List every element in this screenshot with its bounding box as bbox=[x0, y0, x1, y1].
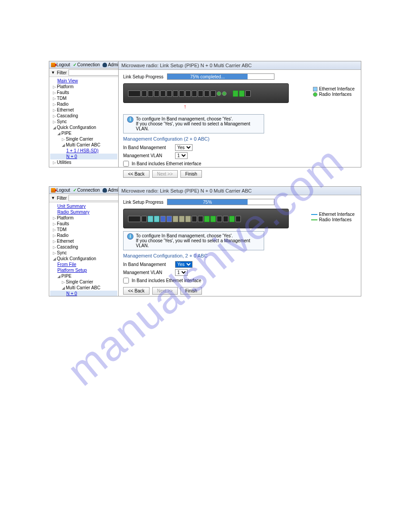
tree-radio[interactable]: ▷Radio bbox=[50, 232, 117, 238]
content: Link Setup Progress 75% Ethern bbox=[119, 195, 361, 298]
filter-row: ▼ Filter × bbox=[49, 69, 118, 77]
nav-tree: Main View ▷Platform ▷Faults ▷TDM ▷Radio … bbox=[49, 77, 118, 166]
admin-icon bbox=[103, 63, 107, 67]
vlan-label: Management VLAN bbox=[123, 270, 172, 275]
tree-tdm[interactable]: ▷TDM bbox=[50, 95, 117, 101]
main-area: Microwave radio: Link Setup (PIPE) N + 0… bbox=[119, 187, 361, 296]
section-header: Management Configuration (2 + 0 ABC) bbox=[123, 136, 356, 142]
info-box: i To configure In Band management, choos… bbox=[123, 231, 264, 250]
vlan-select[interactable]: 1 bbox=[175, 269, 188, 276]
vlan-label: Management VLAN bbox=[123, 153, 172, 158]
sidebar-topbar: Logout ✓Connection Admin bbox=[49, 61, 118, 69]
tree-utilities[interactable]: ▷Utilities bbox=[50, 159, 117, 165]
legend-radio-icon bbox=[311, 219, 317, 220]
info-line2: If you choose 'Yes', you will need to se… bbox=[136, 121, 260, 131]
tree-cascading[interactable]: ▷Cascading bbox=[50, 113, 117, 119]
admin-link[interactable]: Admin bbox=[103, 188, 119, 193]
filter-toggle-icon[interactable]: ▼ bbox=[51, 70, 55, 75]
inband-eth-checkbox[interactable] bbox=[123, 161, 129, 167]
tree-radio[interactable]: ▷Radio bbox=[50, 101, 117, 107]
tree-platform-setup[interactable]: Platform Setup bbox=[50, 267, 117, 273]
tree-single-carrier[interactable]: ▷Single Carrier bbox=[50, 279, 117, 285]
legend-eth-icon bbox=[313, 87, 317, 91]
filter-label: Filter bbox=[57, 196, 67, 201]
tree-unit-summary[interactable]: Unit Summary bbox=[50, 203, 117, 209]
check-icon: ✓ bbox=[73, 62, 77, 67]
tree-hsb[interactable]: 1 + 1 / HSB-SD) bbox=[50, 148, 117, 154]
tree-multi-carrier[interactable]: ◢Multi Carrier ABC bbox=[50, 142, 117, 148]
device-diagram bbox=[123, 209, 289, 228]
tree-n0[interactable]: N + 0 bbox=[50, 291, 117, 296]
logout-icon bbox=[51, 63, 56, 67]
admin-link[interactable]: Admin bbox=[103, 62, 119, 67]
filter-label: Filter bbox=[57, 70, 67, 75]
tree-sync[interactable]: ▷Sync bbox=[50, 119, 117, 124]
progress-fill: 75% completed... bbox=[167, 74, 248, 79]
tree-multi-carrier[interactable]: ◢Multi Carrier ABC bbox=[50, 285, 117, 291]
legend-eth-label: Ethernet Interface bbox=[319, 212, 355, 217]
tree-sync[interactable]: ▷Sync bbox=[50, 250, 117, 256]
inband-eth-label: In Band includes Ethernet interface bbox=[132, 278, 201, 283]
sidebar-topbar: Logout ✓Connection Admin bbox=[49, 187, 118, 194]
progress-label: Link Setup Progress bbox=[123, 74, 163, 79]
progress-row: Link Setup Progress 75% completed... bbox=[123, 73, 356, 80]
tree-tdm[interactable]: ▷TDM bbox=[50, 227, 117, 232]
info-line1: To configure In Band management, choose … bbox=[136, 116, 260, 121]
legend: Ethernet Interface Radio Interfaces bbox=[311, 211, 355, 223]
tree-ethernet[interactable]: ▷Ethernet bbox=[50, 238, 117, 244]
inband-select[interactable]: Yes bbox=[175, 261, 193, 268]
config-panel-1: Logout ✓Connection Admin ▼ Filter × Main… bbox=[49, 61, 361, 167]
filter-input[interactable] bbox=[68, 195, 119, 201]
back-button[interactable]: << Back bbox=[123, 287, 150, 295]
inband-label: In Band Management bbox=[123, 145, 172, 150]
tree-pipe[interactable]: ◢PIPE bbox=[50, 273, 117, 279]
legend-eth-icon bbox=[311, 214, 317, 215]
info-icon: i bbox=[127, 233, 133, 240]
legend-radio-icon bbox=[313, 92, 317, 97]
next-button[interactable]: Next >> bbox=[152, 287, 178, 295]
progress-row: Link Setup Progress 75% bbox=[123, 199, 356, 205]
tree-faults[interactable]: ▷Faults bbox=[50, 221, 117, 227]
logout-link[interactable]: Logout bbox=[51, 62, 70, 67]
filter-toggle-icon[interactable]: ▼ bbox=[51, 196, 55, 200]
tree-pipe[interactable]: ◢PIPE bbox=[50, 130, 117, 136]
progress-bar: 75% completed... bbox=[167, 73, 274, 80]
logout-icon bbox=[51, 188, 56, 193]
inband-select[interactable]: Yes bbox=[175, 144, 193, 151]
filter-input[interactable] bbox=[68, 69, 119, 76]
page-title: Microwave radio: Link Setup (PIPE) N + 0… bbox=[119, 61, 361, 70]
tree-n0[interactable]: N + 0 bbox=[50, 154, 117, 159]
tree-ethernet[interactable]: ▷Ethernet bbox=[50, 107, 117, 113]
back-button[interactable]: << Back bbox=[123, 170, 150, 178]
connection-link[interactable]: ✓Connection bbox=[73, 188, 100, 193]
tree-main-view[interactable]: Main View bbox=[50, 78, 117, 84]
finish-button[interactable]: Finish bbox=[180, 287, 202, 295]
info-box: i To configure In Band management, choos… bbox=[123, 114, 264, 133]
tree-faults[interactable]: ▷Faults bbox=[50, 90, 117, 95]
logout-link[interactable]: Logout bbox=[51, 188, 70, 193]
tree-radio-summary[interactable]: Radio Summary bbox=[50, 209, 117, 215]
device-diagram bbox=[123, 83, 289, 103]
next-button[interactable]: Next >> bbox=[152, 170, 178, 178]
tree-platform[interactable]: ▷Platform bbox=[50, 84, 117, 90]
nav-tree: Unit Summary Radio Summary ▷Platform ▷Fa… bbox=[49, 202, 118, 296]
config-panel-2: Logout ✓Connection Admin ▼ Filter × Unit… bbox=[49, 186, 361, 296]
vlan-select[interactable]: 1 bbox=[175, 152, 188, 159]
progress-label: Link Setup Progress bbox=[123, 200, 163, 205]
progress-fill: 75% bbox=[167, 199, 248, 205]
filter-row: ▼ Filter × bbox=[49, 194, 118, 202]
info-icon: i bbox=[127, 116, 133, 123]
finish-button[interactable]: Finish bbox=[180, 170, 202, 178]
sidebar: Logout ✓Connection Admin ▼ Filter × Unit… bbox=[49, 187, 119, 296]
admin-icon bbox=[103, 188, 107, 193]
tree-platform[interactable]: ▷Platform bbox=[50, 215, 117, 221]
connection-link[interactable]: ✓Connection bbox=[73, 62, 100, 67]
legend-radio-label: Radio Interfaces bbox=[319, 217, 352, 222]
inband-eth-checkbox[interactable] bbox=[123, 278, 129, 283]
tree-cascading[interactable]: ▷Cascading bbox=[50, 244, 117, 250]
legend-eth-label: Ethernet Interface bbox=[319, 86, 355, 91]
tree-from-file[interactable]: From File bbox=[50, 262, 117, 267]
tree-quick-config[interactable]: ◢Quick Configuration bbox=[50, 256, 117, 262]
tree-single-carrier[interactable]: ▷Single Carrier bbox=[50, 136, 117, 142]
tree-quick-config[interactable]: ◢Quick Configuration bbox=[50, 124, 117, 130]
